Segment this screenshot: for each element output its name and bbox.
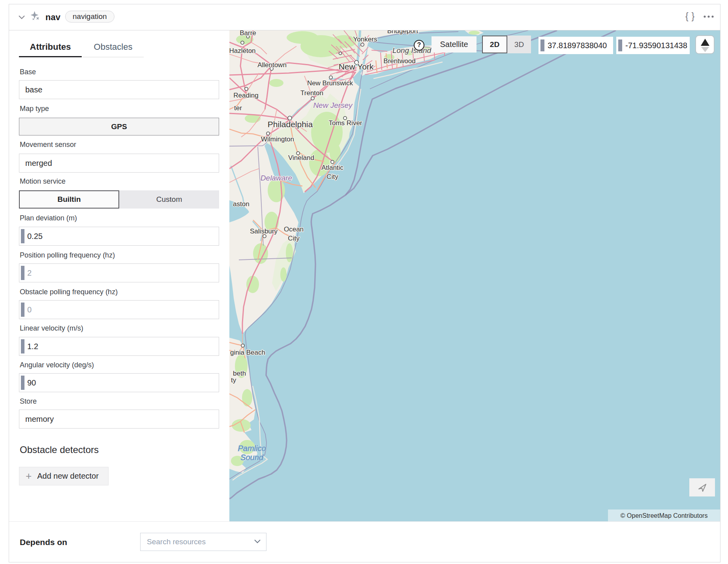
svg-text:Sound: Sound bbox=[240, 453, 264, 462]
svg-text:City: City bbox=[288, 235, 300, 242]
svg-text:aston: aston bbox=[233, 200, 250, 208]
svg-text:Toms River: Toms River bbox=[328, 119, 362, 127]
svg-text:Bridgeport: Bridgeport bbox=[387, 30, 418, 35]
svg-text:Delaware: Delaware bbox=[261, 174, 292, 182]
svg-text:Allentown: Allentown bbox=[257, 61, 287, 69]
svg-text:Hazleton: Hazleton bbox=[229, 47, 256, 55]
svg-text:ter: ter bbox=[234, 104, 242, 112]
svg-text:Brentwood: Brentwood bbox=[383, 57, 415, 65]
svg-text:Philadelphia: Philadelphia bbox=[268, 120, 313, 129]
svg-text:Barre: Barre bbox=[240, 30, 256, 37]
svg-text:ty: ty bbox=[231, 376, 236, 384]
svg-text:Pamlico: Pamlico bbox=[238, 444, 266, 453]
svg-text:Trenton: Trenton bbox=[300, 89, 323, 97]
svg-text:Long Island: Long Island bbox=[392, 46, 432, 55]
svg-text:New Brunswick: New Brunswick bbox=[307, 79, 353, 87]
svg-text:Yonkers: Yonkers bbox=[353, 36, 377, 43]
svg-text:Ocean: Ocean bbox=[284, 226, 304, 233]
svg-text:New York: New York bbox=[339, 62, 374, 71]
svg-text:Reading: Reading bbox=[233, 92, 258, 99]
svg-text:Wilmington: Wilmington bbox=[261, 135, 294, 143]
svg-text:City: City bbox=[326, 173, 338, 180]
svg-text:ginia Beach: ginia Beach bbox=[230, 349, 265, 356]
svg-text:Vineland: Vineland bbox=[288, 154, 314, 162]
svg-text:Atlantic: Atlantic bbox=[321, 164, 343, 171]
svg-text:Salisbury: Salisbury bbox=[250, 227, 278, 235]
svg-text:New Jersey: New Jersey bbox=[313, 101, 353, 109]
